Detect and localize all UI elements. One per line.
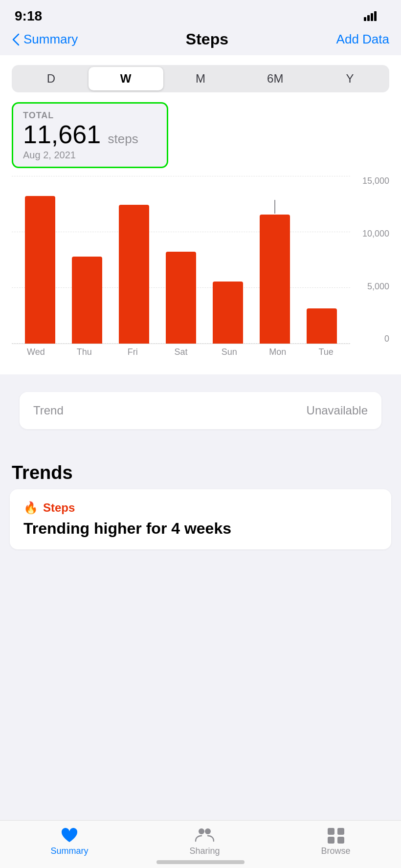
home-indicator <box>156 860 245 864</box>
bar-fri[interactable] <box>111 176 157 344</box>
tab-browse-label: Browse <box>321 846 350 856</box>
bars-area <box>12 176 350 344</box>
svg-rect-9 <box>337 837 344 844</box>
tooltip-date: Aug 2, 2021 <box>23 150 157 161</box>
tab-summary[interactable]: Summary <box>50 826 88 856</box>
x-label-fri: Fri <box>109 344 157 362</box>
x-label-sun: Sun <box>205 344 253 362</box>
y-label-5k: 5,000 <box>353 282 389 292</box>
tab-browse[interactable]: Browse <box>321 826 350 856</box>
seg-week[interactable]: W <box>89 67 163 90</box>
tooltip-label: TOTAL <box>23 110 157 121</box>
seg-day[interactable]: D <box>14 67 89 90</box>
back-button[interactable]: Summary <box>12 32 78 47</box>
seg-year[interactable]: Y <box>312 67 387 90</box>
seg-month[interactable]: M <box>163 67 238 90</box>
chevron-left-icon <box>12 33 21 46</box>
x-label-tue: Tue <box>302 344 350 362</box>
browse-icon <box>326 826 346 844</box>
bar-sun[interactable] <box>204 176 251 344</box>
bar-mon-fill <box>260 215 290 344</box>
trend-label: Trend <box>33 404 64 417</box>
seg-6month[interactable]: 6M <box>238 67 312 90</box>
add-data-button[interactable]: Add Data <box>336 32 389 47</box>
x-label-mon: Mon <box>253 344 302 362</box>
x-label-sat: Sat <box>157 344 205 362</box>
y-label-10k: 10,000 <box>353 229 389 239</box>
x-label-thu: Thu <box>60 344 109 362</box>
tab-summary-label: Summary <box>50 846 88 856</box>
sharing-icon <box>195 826 214 844</box>
bar-wed-fill <box>25 196 55 344</box>
bar-thu[interactable] <box>64 176 111 344</box>
steps-chart[interactable]: 0 5,000 10,000 15,000 <box>12 176 389 362</box>
main-content: D W M 6M Y TOTAL 11,661 steps Aug 2, 202… <box>0 55 401 374</box>
svg-rect-7 <box>337 828 344 835</box>
trend-card: Trend Unavailable <box>20 392 381 429</box>
bar-wed[interactable] <box>17 176 64 344</box>
trend-value: Unavailable <box>307 404 368 417</box>
bar-sat[interactable] <box>157 176 204 344</box>
trends-steps-row: 🔥 Steps <box>23 501 378 515</box>
bar-sun-fill <box>213 282 243 344</box>
signal-icon <box>364 11 377 21</box>
trends-steps-label: Steps <box>43 501 75 515</box>
time-range-picker[interactable]: D W M 6M Y <box>12 65 389 92</box>
svg-rect-6 <box>328 828 334 835</box>
page-title: Steps <box>186 30 228 48</box>
trends-section-header: Trends <box>0 447 401 489</box>
svg-point-4 <box>199 828 204 834</box>
y-label-15k: 15,000 <box>353 176 389 186</box>
svg-rect-8 <box>328 837 334 844</box>
tooltip-value: 11,661 steps <box>23 121 157 149</box>
trends-card[interactable]: 🔥 Steps Trending higher for 4 weeks <box>10 489 391 549</box>
data-tooltip: TOTAL 11,661 steps Aug 2, 2021 <box>12 102 168 168</box>
tooltip-unit: steps <box>108 131 138 146</box>
tab-sharing-label: Sharing <box>189 846 220 856</box>
bar-tue-fill <box>307 308 337 344</box>
status-bar: 9:18 ⚡ <box>0 0 401 27</box>
bar-fri-fill <box>119 205 149 344</box>
trends-headline: Trending higher for 4 weeks <box>23 520 378 538</box>
nav-bar: Summary Steps Add Data <box>0 27 401 55</box>
heart-icon <box>60 826 79 844</box>
bar-sat-fill <box>166 252 196 344</box>
bar-mon[interactable] <box>251 176 298 344</box>
status-time: 9:18 <box>15 8 42 24</box>
y-label-0: 0 <box>353 334 389 344</box>
svg-point-5 <box>205 828 211 834</box>
status-icons: ⚡ <box>364 11 386 21</box>
bar-tue[interactable] <box>298 176 345 344</box>
tab-sharing[interactable]: Sharing <box>189 826 220 856</box>
x-axis-labels: Wed Thu Fri Sat Sun Mon Tue <box>12 344 350 362</box>
bar-thu-fill <box>72 257 102 344</box>
x-label-wed: Wed <box>12 344 60 362</box>
fire-icon: 🔥 <box>23 501 38 515</box>
y-axis-labels: 0 5,000 10,000 15,000 <box>353 176 389 362</box>
back-label: Summary <box>23 32 78 47</box>
trends-title: Trends <box>12 462 73 483</box>
